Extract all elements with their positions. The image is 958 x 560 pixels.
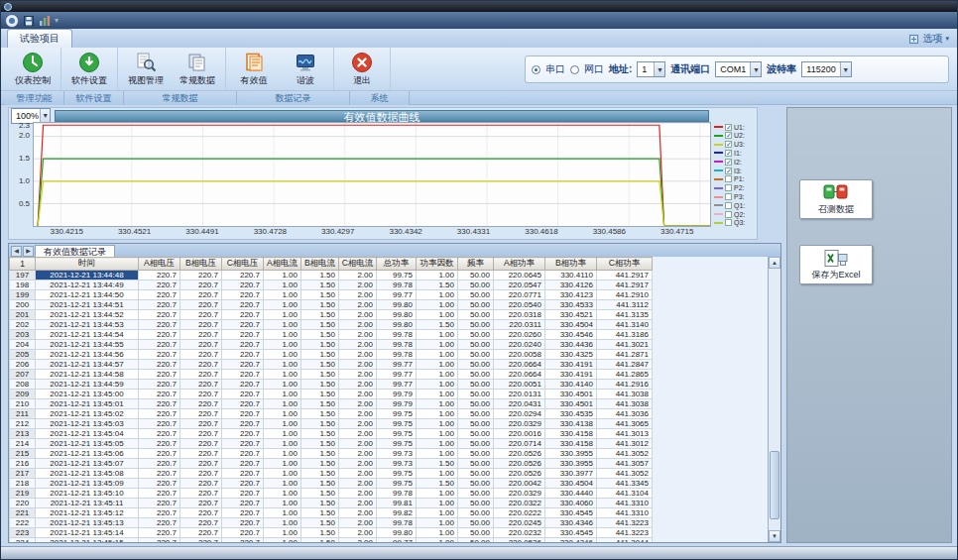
table-row[interactable]: 2042021-12-21 13:44:55220.7220.7220.71.0…	[10, 340, 653, 350]
ribbon-button-rms-value[interactable]: 有效值	[229, 50, 279, 89]
port-select[interactable]: COM1▼	[715, 61, 762, 77]
tab-scroll-right-icon[interactable]: ▶	[23, 246, 34, 257]
scroll-up-icon[interactable]: ▲	[769, 257, 780, 269]
table-row[interactable]: 2142021-12-21 13:45:05220.7220.7220.71.0…	[10, 439, 653, 449]
ribbon-button-harmonic[interactable]: 谐波	[281, 50, 330, 89]
column-header[interactable]: 功率因数	[417, 258, 458, 271]
table-row[interactable]: 2202021-12-21 13:45:11220.7220.7220.71.0…	[10, 499, 653, 508]
legend-item: ✓U2:	[714, 132, 757, 140]
table-row[interactable]: 2182021-12-21 13:45:09220.7220.7220.71.0…	[10, 479, 653, 489]
column-header[interactable]: B相功率	[545, 258, 597, 271]
legend-checkbox[interactable]	[725, 193, 732, 200]
legend-checkbox[interactable]	[725, 175, 732, 182]
ribbon-group-buttons: 软件设置	[61, 48, 117, 90]
save-excel-button[interactable]: 保存为Excel	[799, 245, 873, 284]
table-row[interactable]: 2062021-12-21 13:44:57220.7220.7220.71.0…	[10, 360, 653, 370]
fetch-data-button[interactable]: 召测数据	[799, 179, 873, 219]
legend-checkbox[interactable]	[725, 219, 732, 226]
column-header[interactable]: B相电压	[180, 258, 222, 271]
table-cell: 441.3135	[597, 310, 653, 320]
table-row[interactable]: 2082021-12-21 13:44:59220.7220.7220.71.0…	[10, 380, 653, 390]
column-header[interactable]: 频率	[458, 258, 494, 271]
save-icon[interactable]	[23, 15, 35, 27]
chevron-down-icon: ▼	[654, 62, 664, 76]
legend-checkbox[interactable]: ✓	[725, 132, 732, 139]
legend-checkbox[interactable]	[725, 202, 732, 209]
column-header[interactable]: A相功率	[494, 258, 545, 271]
options-button[interactable]: 选项 ▾	[908, 32, 949, 46]
excel-icon	[823, 249, 849, 268]
table-cell: 330.4436	[545, 340, 597, 350]
serial-radio[interactable]	[532, 65, 540, 74]
table-row[interactable]: 2032021-12-21 13:44:54220.7220.7220.71.0…	[10, 330, 653, 340]
table-cell: 220.7	[180, 271, 222, 280]
table-row[interactable]: 2002021-12-21 13:44:51220.7220.7220.71.0…	[10, 300, 653, 310]
table-cell: 220.0232	[494, 528, 545, 538]
table-row[interactable]: 2242021-12-21 13:45:15220.7220.7220.71.0…	[10, 538, 653, 543]
table-row[interactable]: 2172021-12-21 13:45:08220.7220.7220.71.0…	[10, 469, 653, 479]
column-header[interactable]: C相电流	[339, 258, 377, 271]
table-row[interactable]: 2102021-12-21 13:45:01220.7220.7220.71.0…	[10, 399, 653, 409]
legend-checkbox[interactable]	[725, 184, 732, 191]
column-header[interactable]: 总功率	[377, 258, 417, 271]
table-row[interactable]: 1982021-12-21 13:44:49220.7220.7220.71.0…	[10, 280, 653, 290]
rms-icon	[243, 52, 265, 73]
scroll-down-icon[interactable]: ▼	[769, 530, 780, 542]
table-cell: 220.7	[222, 340, 264, 350]
ribbon-group: 视图管理常规数据	[118, 48, 226, 90]
table-cell: 220.7	[222, 518, 264, 528]
table-row[interactable]: 2012021-12-21 13:44:52220.7220.7220.71.0…	[10, 310, 653, 320]
tab-test-project[interactable]: 试验项目	[7, 29, 72, 48]
legend-checkbox[interactable]: ✓	[725, 150, 732, 157]
table-row[interactable]: 2162021-12-21 13:45:07220.7220.7220.71.0…	[10, 459, 653, 469]
table-row[interactable]: 2072021-12-21 13:44:58220.7220.7220.71.0…	[10, 370, 653, 380]
chart-plot-area[interactable]	[33, 122, 711, 227]
tab-scroll-left-icon[interactable]: ◀	[11, 246, 22, 257]
table-cell: 2.00	[339, 399, 377, 409]
legend-checkbox[interactable]: ✓	[725, 168, 732, 174]
table-row[interactable]: 2132021-12-21 13:45:04220.7220.7220.71.0…	[10, 429, 653, 439]
table-cell: 441.3044	[597, 538, 653, 543]
column-header[interactable]: A相电流	[264, 258, 301, 271]
legend-checkbox[interactable]: ✓	[725, 159, 732, 166]
table-row[interactable]: 2212021-12-21 13:45:12220.7220.7220.71.0…	[10, 508, 653, 518]
ribbon-button-normal-data[interactable]: 常规数据	[173, 50, 222, 89]
legend-item: ✓I3:	[714, 167, 757, 174]
table-row[interactable]: 2022021-12-21 13:44:53220.7220.7220.71.0…	[10, 320, 653, 330]
table-row[interactable]: 2092021-12-21 13:45:00220.7220.7220.71.0…	[10, 390, 653, 399]
table-row[interactable]: 1992021-12-21 13:44:50220.7220.7220.71.0…	[10, 290, 653, 300]
legend-checkbox[interactable]: ✓	[725, 124, 732, 131]
table-row[interactable]: 2052021-12-21 13:44:56220.7220.7220.71.0…	[10, 350, 653, 360]
table-row[interactable]: 2112021-12-21 13:45:02220.7220.7220.71.0…	[10, 409, 653, 419]
column-header[interactable]: A相电压	[139, 258, 180, 271]
table-row[interactable]: 1972021-12-21 13:44:48220.7220.7220.71.0…	[10, 271, 653, 280]
chart-quick-icon[interactable]	[39, 15, 51, 27]
table-cell: 99.75	[377, 479, 417, 489]
ribbon-button-view-manage[interactable]: 视图管理	[121, 50, 171, 89]
column-header[interactable]: 1	[10, 258, 36, 271]
vertical-scrollbar[interactable]: ▲ ▼	[768, 257, 780, 542]
tab-rms-data-record[interactable]: 有效值数据记录	[35, 245, 115, 257]
table-row[interactable]: 2192021-12-21 13:45:10220.7220.7220.71.0…	[10, 489, 653, 499]
network-radio[interactable]	[570, 65, 579, 74]
column-header[interactable]: C相电压	[222, 258, 264, 271]
table-row[interactable]: 2232021-12-21 13:45:14220.7220.7220.71.0…	[10, 528, 653, 538]
dropdown-icon[interactable]: ▾	[55, 16, 59, 25]
column-header[interactable]: C相功率	[597, 258, 653, 271]
table-cell: 99.77	[377, 290, 417, 300]
column-header[interactable]: 时间	[36, 258, 139, 271]
table-row[interactable]: 2152021-12-21 13:45:06220.7220.7220.71.0…	[10, 449, 653, 459]
table-row[interactable]: 2122021-12-21 13:45:03220.7220.7220.71.0…	[10, 419, 653, 429]
legend-checkbox[interactable]	[725, 211, 732, 218]
ribbon-button-instrument-control[interactable]: 仪表控制	[8, 50, 58, 89]
ribbon-button-software-settings[interactable]: 软件设置	[64, 50, 114, 89]
column-header[interactable]: B相电流	[301, 258, 339, 271]
app-menu-button[interactable]	[5, 14, 19, 28]
table-cell: 220.7	[139, 399, 180, 409]
ribbon-button-exit[interactable]: 退出	[337, 50, 387, 89]
legend-checkbox[interactable]: ✓	[725, 141, 732, 148]
table-row[interactable]: 2222021-12-21 13:45:13220.7220.7220.71.0…	[10, 518, 653, 528]
scrollbar-thumb[interactable]	[770, 451, 779, 519]
baud-select[interactable]: 115200▼	[801, 61, 851, 77]
address-select[interactable]: 1▼	[637, 61, 665, 77]
